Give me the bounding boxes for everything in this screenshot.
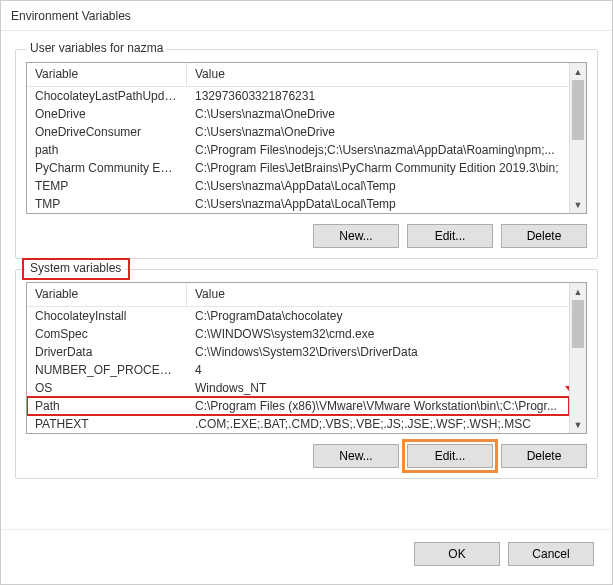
variable-value-cell: C:\Users\nazma\OneDrive (187, 123, 569, 141)
system-buttons-row: New... Edit... Delete (26, 444, 587, 468)
variable-name-cell: OneDrive (27, 105, 187, 123)
user-col-value[interactable]: Value (187, 63, 569, 86)
variable-name-cell: ChocolateyInstall (27, 307, 187, 325)
variable-value-cell: C:\Users\nazma\OneDrive (187, 105, 569, 123)
table-row[interactable]: PathC:\Program Files (x86)\VMware\VMware… (27, 397, 569, 415)
variable-value-cell: .COM;.EXE;.BAT;.CMD;.VBS;.VBE;.JS;.JSE;.… (187, 415, 569, 433)
user-delete-button[interactable]: Delete (501, 224, 587, 248)
user-buttons-row: New... Edit... Delete (26, 224, 587, 248)
scroll-track[interactable] (570, 300, 586, 416)
system-col-variable[interactable]: Variable (27, 283, 187, 306)
table-row[interactable]: PATHEXT.COM;.EXE;.BAT;.CMD;.VBS;.VBE;.JS… (27, 415, 569, 433)
variable-name-cell: path (27, 141, 187, 159)
dialog-content: User variables for nazma Variable Value … (1, 31, 612, 479)
table-row[interactable]: TEMPC:\Users\nazma\AppData\Local\Temp (27, 177, 569, 195)
variable-value-cell: C:\Program Files\nodejs;C:\Users\nazma\A… (187, 141, 569, 159)
variable-value-cell: Windows_NT (187, 379, 569, 397)
scroll-up-icon[interactable]: ▲ (570, 283, 586, 300)
table-row[interactable]: OneDriveC:\Users\nazma\OneDrive (27, 105, 569, 123)
table-row[interactable]: NUMBER_OF_PROCESSORS4 (27, 361, 569, 379)
scroll-thumb[interactable] (572, 300, 584, 348)
variable-name-cell: NUMBER_OF_PROCESSORS (27, 361, 187, 379)
table-row[interactable]: DriverDataC:\Windows\System32\Drivers\Dr… (27, 343, 569, 361)
system-col-value[interactable]: Value (187, 283, 569, 306)
scroll-down-icon[interactable]: ▼ (570, 416, 586, 433)
system-delete-button[interactable]: Delete (501, 444, 587, 468)
variable-name-cell: Path (27, 397, 187, 415)
variable-name-cell: TMP (27, 195, 187, 213)
variable-value-cell: C:\ProgramData\chocolatey (187, 307, 569, 325)
scroll-up-icon[interactable]: ▲ (570, 63, 586, 80)
variable-value-cell: C:\WINDOWS\system32\cmd.exe (187, 325, 569, 343)
scroll-down-icon[interactable]: ▼ (570, 196, 586, 213)
ok-button[interactable]: OK (414, 542, 500, 566)
variable-value-cell: C:\Windows\System32\Drivers\DriverData (187, 343, 569, 361)
variable-name-cell: ChocolateyLastPathUpdate (27, 87, 187, 105)
system-new-button[interactable]: New... (313, 444, 399, 468)
variable-value-cell: 132973603321876231 (187, 87, 569, 105)
table-row[interactable]: ChocolateyLastPathUpdate1329736033218762… (27, 87, 569, 105)
user-variables-group: User variables for nazma Variable Value … (15, 49, 598, 259)
variable-name-cell: OneDriveConsumer (27, 123, 187, 141)
variable-name-cell: ComSpec (27, 325, 187, 343)
variable-value-cell: C:\Program Files\JetBrains\PyCharm Commu… (187, 159, 569, 177)
user-scrollbar[interactable]: ▲ ▼ (569, 63, 586, 213)
system-variables-group: System variables Variable Value Chocolat… (15, 269, 598, 479)
variable-value-cell: C:\Program Files (x86)\VMware\VMware Wor… (187, 397, 569, 415)
table-row[interactable]: OneDriveConsumerC:\Users\nazma\OneDrive (27, 123, 569, 141)
scroll-track[interactable] (570, 80, 586, 196)
table-row[interactable]: OSWindows_NT (27, 379, 569, 397)
variable-name-cell: PATHEXT (27, 415, 187, 433)
table-row[interactable]: PyCharm Community EditionC:\Program File… (27, 159, 569, 177)
variable-name-cell: DriverData (27, 343, 187, 361)
table-row[interactable]: pathC:\Program Files\nodejs;C:\Users\naz… (27, 141, 569, 159)
environment-variables-dialog: Environment Variables User variables for… (0, 0, 613, 585)
user-new-button[interactable]: New... (313, 224, 399, 248)
window-title: Environment Variables (11, 9, 131, 23)
title-bar: Environment Variables (1, 1, 612, 31)
table-row[interactable]: ComSpecC:\WINDOWS\system32\cmd.exe (27, 325, 569, 343)
user-edit-button[interactable]: Edit... (407, 224, 493, 248)
system-variables-legend: System variables (26, 261, 125, 275)
system-scrollbar[interactable]: ▲ ▼ (569, 283, 586, 433)
variable-value-cell: C:\Users\nazma\AppData\Local\Temp (187, 195, 569, 213)
system-variables-list[interactable]: Variable Value ChocolateyInstallC:\Progr… (26, 282, 587, 434)
system-edit-button[interactable]: Edit... (407, 444, 493, 468)
user-col-variable[interactable]: Variable (27, 63, 187, 86)
table-row[interactable]: TMPC:\Users\nazma\AppData\Local\Temp (27, 195, 569, 213)
scroll-thumb[interactable] (572, 80, 584, 140)
variable-name-cell: TEMP (27, 177, 187, 195)
user-variables-legend: User variables for nazma (26, 41, 167, 55)
user-list-header: Variable Value (27, 63, 569, 87)
variable-name-cell: PyCharm Community Edition (27, 159, 187, 177)
user-variables-list[interactable]: Variable Value ChocolateyLastPathUpdate1… (26, 62, 587, 214)
variable-value-cell: 4 (187, 361, 569, 379)
system-list-header: Variable Value (27, 283, 569, 307)
cancel-button[interactable]: Cancel (508, 542, 594, 566)
variable-value-cell: C:\Users\nazma\AppData\Local\Temp (187, 177, 569, 195)
variable-name-cell: OS (27, 379, 187, 397)
table-row[interactable]: ChocolateyInstallC:\ProgramData\chocolat… (27, 307, 569, 325)
dialog-footer: OK Cancel (1, 529, 612, 584)
